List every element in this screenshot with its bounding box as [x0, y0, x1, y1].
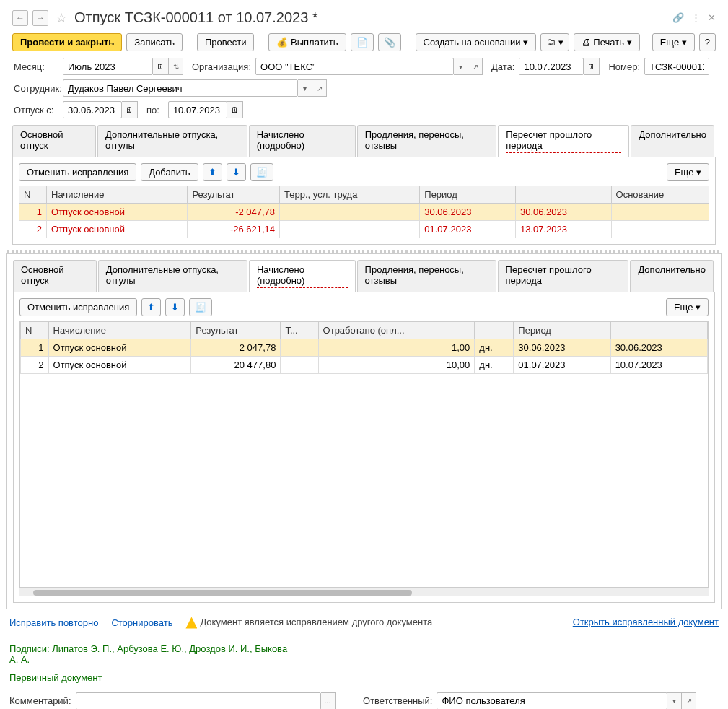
responsible-open-icon[interactable]: ↗ [682, 692, 696, 709]
accruals-table[interactable]: NНачислениеРезультатТ...Отработано (опл.… [20, 321, 708, 374]
tab-0[interactable]: Основной отпуск [12, 125, 96, 157]
employee-input[interactable] [63, 79, 298, 97]
responsible-dropdown-icon[interactable]: ▾ [667, 692, 682, 709]
col-header[interactable]: Результат [188, 186, 280, 204]
correction-note: Документ является исправлением другого д… [200, 617, 432, 627]
responsible-label: Ответственный: [363, 695, 432, 706]
print-button[interactable]: 🖨 Печать ▾ [574, 33, 640, 51]
tab-1[interactable]: Дополнительные отпуска, отгулы [98, 260, 247, 292]
table-row[interactable]: 1Отпуск основной-2 047,7830.06.202330.06… [19, 204, 709, 221]
col-header[interactable]: N [21, 322, 49, 339]
nav-forward-button[interactable]: → [32, 10, 48, 26]
col-header[interactable]: Т... [281, 322, 318, 339]
col-header[interactable] [475, 322, 514, 339]
tab-1[interactable]: Дополнительные отпуска, отгулы [97, 125, 247, 157]
undo-corrections2-button[interactable]: Отменить исправления [19, 298, 137, 316]
tab-4[interactable]: Пересчет прошлого периода [498, 125, 629, 157]
month-stepper-icon[interactable]: ⇅ [169, 58, 183, 75]
employee-label: Сотрудник: [14, 83, 58, 94]
signatures-link[interactable]: Подписи: Липатов Э. П., Арбузова Е. Ю., … [9, 643, 298, 665]
month-input[interactable] [63, 58, 153, 75]
col-header[interactable]: Начисление [48, 322, 191, 339]
subbar-more-button[interactable]: Еще ▾ [667, 163, 709, 181]
org-label: Организация: [192, 61, 251, 72]
undo-corrections-button[interactable]: Отменить исправления [19, 163, 136, 181]
storno-link[interactable]: Сторнировать [111, 617, 172, 628]
warning-icon [185, 617, 197, 629]
table-settings-button[interactable]: 🧾 [250, 163, 273, 181]
open-fixed-doc-link[interactable]: Открыть исправленный документ [573, 617, 719, 627]
move-down2-button[interactable]: ⬇ [165, 298, 185, 316]
post-and-close-button[interactable]: Провести и закрыть [12, 33, 122, 51]
table-row[interactable]: 2Отпуск основной-26 621,1401.07.202313.0… [19, 221, 709, 238]
from-calendar-icon[interactable]: 🗓 [122, 101, 138, 118]
date-label: Дата: [491, 61, 514, 72]
col-header[interactable]: Основание [611, 186, 709, 204]
tab-5[interactable]: Дополнительно [631, 125, 714, 157]
misc1-button[interactable]: 🗂 ▾ [540, 33, 569, 51]
table-row[interactable]: 2Отпуск основной20 477,8010,00дн.01.07.2… [21, 357, 708, 374]
add-button[interactable]: Добавить [141, 163, 198, 181]
tab-4[interactable]: Пересчет прошлого периода [498, 260, 629, 292]
col-header[interactable]: Результат [191, 322, 281, 339]
hscrollbar[interactable] [19, 588, 709, 596]
col-header[interactable]: Терр., усл. труда [280, 186, 420, 204]
date-calendar-icon[interactable]: 🗓 [584, 58, 600, 75]
move-down-button[interactable]: ⬇ [227, 163, 246, 181]
col-header[interactable]: Период [420, 186, 516, 204]
date-input[interactable] [519, 58, 584, 75]
table-row[interactable]: 1Отпуск основной2 047,781,00дн.30.06.202… [21, 339, 708, 357]
to-calendar-icon[interactable]: 🗓 [227, 101, 243, 118]
comment-label: Комментарий: [9, 695, 71, 706]
employee-dropdown-icon[interactable]: ▾ [298, 79, 312, 97]
tab-3[interactable]: Продления, переносы, отзывы [357, 125, 496, 157]
col-header[interactable]: Отработано (опл... [318, 322, 475, 339]
from-input[interactable] [63, 101, 122, 118]
tab-2[interactable]: Начислено (подробно) [249, 125, 356, 157]
recalc-table[interactable]: NНачислениеРезультатТерр., усл. трудаПер… [19, 186, 709, 238]
doc-icon-button[interactable]: 📄 [351, 33, 374, 51]
col-header[interactable] [610, 322, 707, 339]
org-open-icon[interactable]: ↗ [468, 58, 483, 75]
move-up-button[interactable]: ⬆ [203, 163, 222, 181]
favorite-star-icon[interactable]: ☆ [56, 10, 67, 26]
pay-button[interactable]: 💰 Выплатить [268, 33, 346, 51]
col-header[interactable]: N [19, 186, 47, 204]
responsible-input[interactable] [437, 692, 667, 709]
primary-doc-link[interactable]: Первичный документ [9, 672, 719, 683]
to-label: по: [146, 105, 159, 116]
subbar2-more-button[interactable]: Еще ▾ [666, 298, 709, 316]
from-label: Отпуск с: [14, 105, 58, 116]
employee-open-icon[interactable]: ↗ [312, 79, 327, 97]
to-input[interactable] [168, 101, 227, 118]
tab-3[interactable]: Продления, переносы, отзывы [357, 260, 496, 292]
move-up2-button[interactable]: ⬆ [141, 298, 161, 316]
kebab-menu-icon[interactable]: ⋮ [691, 12, 701, 23]
col-header[interactable]: Период [514, 322, 610, 339]
close-icon[interactable]: ✕ [708, 12, 716, 23]
org-input[interactable] [255, 58, 454, 75]
nav-back-button[interactable]: ← [12, 10, 28, 26]
number-input[interactable] [644, 58, 709, 75]
col-header[interactable] [515, 186, 611, 204]
table-settings2-button[interactable]: 🧾 [189, 298, 212, 316]
fix-again-link[interactable]: Исправить повторно [9, 617, 98, 628]
comment-choose-icon[interactable]: … [321, 692, 336, 709]
toolbar-more-button[interactable]: Еще ▾ [652, 33, 695, 51]
month-label: Месяц: [14, 61, 58, 72]
month-calendar-icon[interactable]: 🗓 [153, 58, 169, 75]
save-button[interactable]: Записать [126, 33, 183, 51]
post-button[interactable]: Провести [197, 33, 255, 51]
document-title: Отпуск ТСЗК-000011 от 10.07.2023 * [74, 9, 668, 26]
tab-0[interactable]: Основной отпуск [13, 260, 97, 292]
number-label: Номер: [608, 61, 640, 72]
tab-5[interactable]: Дополнительно [630, 260, 714, 292]
comment-input[interactable] [76, 692, 321, 709]
link-icon[interactable]: 🔗 [672, 12, 684, 23]
tab-2[interactable]: Начислено (подробно) [249, 260, 356, 292]
col-header[interactable]: Начисление [47, 186, 188, 204]
create-based-button[interactable]: Создать на основании ▾ [416, 33, 537, 51]
attach-icon-button[interactable]: 📎 [378, 33, 401, 51]
help-button[interactable]: ? [699, 33, 716, 51]
org-dropdown-icon[interactable]: ▾ [454, 58, 468, 75]
